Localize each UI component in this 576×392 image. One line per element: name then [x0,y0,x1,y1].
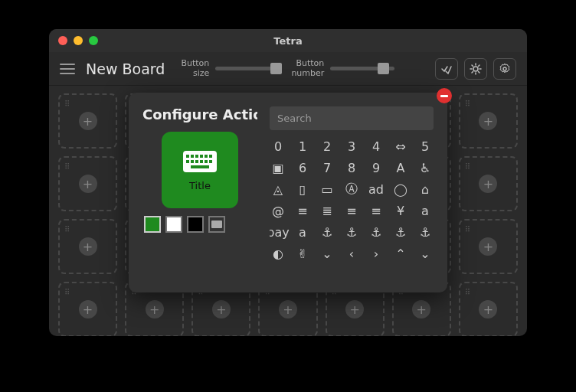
icon-option[interactable]: ‹ [343,245,360,262]
icon-option[interactable]: 1 [294,138,311,155]
icon-option[interactable]: Ⓐ [343,181,360,198]
icon-option[interactable]: 3 [343,138,360,155]
icon-option[interactable]: ad [368,181,385,198]
window-title: Tetra [273,35,302,47]
svg-rect-24 [211,220,222,228]
drag-handle-icon: ⠿ [64,162,70,171]
add-icon: + [479,237,497,256]
icon-option[interactable]: a [417,202,434,219]
drag-handle-icon: ⠿ [64,288,70,296]
add-icon: + [79,112,97,130]
svg-line-7 [472,71,473,73]
icon-option[interactable]: ⚓ [368,224,385,240]
keyboard-icon [182,149,218,174]
svg-rect-22 [209,160,212,163]
swatch-icon[interactable] [208,216,225,233]
theme-button[interactable] [464,58,487,80]
button-size-slider[interactable]: Button size [175,59,280,77]
menu-icon[interactable] [60,64,75,74]
size-label: Button size [175,59,209,77]
icon-option[interactable]: ≡ [294,202,311,219]
icon-option[interactable]: ⌄ [319,245,335,262]
icon-option[interactable]: 2 [319,138,335,155]
empty-cell[interactable]: ⠿+ [459,219,518,274]
icon-option[interactable]: ▯ [294,181,311,198]
icon-option[interactable]: ◬ [270,181,286,198]
icon-option[interactable]: ♿ [417,159,434,176]
icon-option[interactable]: ⇔ [392,138,409,155]
icon-option[interactable]: ¥ [392,202,409,219]
maximize-window-button[interactable] [89,36,98,45]
icon-option[interactable]: ≣ [319,202,335,219]
icon-option[interactable]: ▭ [319,181,335,198]
icon-option[interactable]: ⚓ [319,224,335,240]
swatch-green[interactable] [144,216,161,233]
minimize-window-button[interactable] [74,36,83,45]
icon-option[interactable]: ⌃ [392,245,409,262]
dialog-close-button[interactable] [437,88,452,103]
icon-search-input[interactable] [270,106,434,130]
icon-option[interactable]: ⌄ [417,245,434,262]
dialog-title: Configure Action But [142,106,257,122]
empty-cell[interactable]: ⠿+ [459,282,518,336]
empty-cell[interactable]: ⠿+ [459,156,518,211]
icon-option[interactable]: ◐ [270,245,286,262]
svg-rect-21 [205,160,208,163]
settings-button[interactable] [493,58,516,80]
icon-option[interactable]: a [294,224,311,240]
icon-option[interactable]: › [368,245,385,262]
svg-rect-18 [191,160,194,163]
icon-option[interactable]: pay [270,224,286,240]
icon-option[interactable]: 8 [343,159,360,176]
icon-option[interactable]: ≡ [368,202,385,219]
svg-rect-12 [191,155,194,158]
window-controls [58,36,98,45]
add-icon: + [79,300,97,318]
add-icon: + [79,175,97,193]
icon-option[interactable]: ⚓ [392,224,409,240]
icon-option[interactable]: ⚓ [343,224,360,240]
add-icon: + [212,300,231,318]
icon-option[interactable]: ✌ [294,245,311,262]
icon-option[interactable]: 0 [270,138,286,155]
svg-rect-20 [200,160,203,163]
add-icon: + [345,300,364,318]
icon-grid: 01234⇔5▣6789A♿◬▯▭Ⓐad◯⌂@≡≣≡≡¥apaya⚓⚓⚓⚓⚓◐✌… [270,138,434,262]
empty-cell[interactable]: ⠿+ [58,282,117,336]
button-number-slider[interactable]: Button number [290,59,394,77]
icon-option[interactable]: ◯ [392,181,409,198]
add-icon: + [479,300,497,318]
empty-cell[interactable]: ⠿+ [58,156,117,211]
button-preview: Title [162,132,238,208]
icon-option[interactable]: 5 [417,138,434,155]
icon-option[interactable]: 7 [319,159,335,176]
icon-option[interactable]: ⌂ [417,181,434,198]
icon-option[interactable]: ≡ [343,202,360,219]
add-icon: + [479,112,497,130]
icon-option[interactable]: @ [270,202,286,219]
svg-rect-19 [195,160,198,163]
icon-option[interactable]: ⚓ [417,224,434,240]
svg-rect-11 [186,155,189,158]
icon-option[interactable]: ▣ [270,159,286,176]
empty-cell[interactable]: ⠿+ [58,93,117,149]
svg-point-0 [473,67,478,71]
empty-cell[interactable]: ⠿+ [58,219,117,274]
close-window-button[interactable] [58,36,67,45]
swatch-black[interactable] [187,216,204,233]
confirm-button[interactable] [435,58,458,80]
svg-rect-23 [191,165,209,168]
icon-option[interactable]: A [392,159,409,176]
icon-option[interactable]: 4 [368,138,385,155]
add-icon: + [479,175,497,193]
color-swatches [142,216,257,233]
icon-option[interactable]: 6 [294,159,311,176]
board-name[interactable]: New Board [86,60,165,77]
svg-rect-15 [205,155,208,158]
swatch-white[interactable] [165,216,182,233]
empty-cell[interactable]: ⠿+ [459,93,518,149]
svg-line-5 [472,65,473,67]
icon-option[interactable]: 9 [368,159,385,176]
svg-rect-14 [200,155,203,158]
svg-line-8 [479,65,480,67]
